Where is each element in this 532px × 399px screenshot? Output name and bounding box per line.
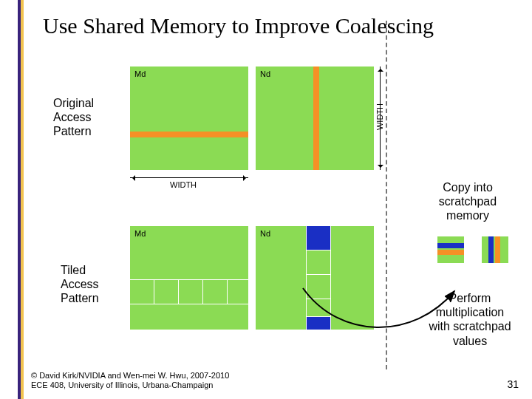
width-label-v: WIDTH — [375, 103, 384, 130]
width-label-h: WIDTH — [170, 180, 197, 189]
tile-block — [307, 250, 330, 274]
tile-block — [179, 280, 202, 304]
tile-block — [130, 280, 154, 304]
slide-accent-bar — [18, 0, 24, 399]
note-perform-mult: Perform multiplication with scratchpad v… — [415, 291, 525, 348]
scratchpad-nd-bar1 — [488, 236, 494, 263]
matrix-nd-tiled: Nd — [256, 226, 374, 330]
row-access-highlight — [130, 132, 248, 137]
tile-block — [307, 317, 330, 330]
tile-block — [307, 226, 330, 250]
scratchpad-nd — [482, 236, 508, 263]
md-label-bottom: Md — [134, 229, 146, 238]
col-access-highlight — [313, 66, 319, 170]
note-copy-scratchpad-text: Copy into scratchpad memory — [439, 181, 497, 222]
note-copy-scratchpad: Copy into scratchpad memory — [427, 180, 508, 223]
tile-block — [228, 280, 248, 304]
caption-original-text: Original Access Pattern — [53, 97, 94, 137]
tile-block — [203, 280, 227, 304]
scratchpad-md — [437, 236, 464, 263]
caption-tiled-text: Tiled Access Pattern — [61, 264, 99, 304]
scratchpad-md-bar1 — [437, 243, 464, 248]
tile-block — [307, 275, 330, 299]
matrix-md-original: Md — [130, 66, 248, 170]
scratchpad-nd-bar2 — [495, 236, 500, 263]
matrix-md-tiled: Md — [130, 226, 248, 330]
tile-block — [154, 280, 178, 304]
scratchpad-md-bar2 — [437, 250, 464, 255]
caption-original: Original Access Pattern — [53, 96, 94, 139]
vertical-divider — [386, 21, 387, 369]
footer-line2: ECE 408, University of Illinois, Urbana-… — [31, 381, 229, 390]
accent-gold — [21, 0, 24, 399]
slide-title: Use Shared Memory to Improve Coalescing — [43, 13, 434, 38]
md-label-top: Md — [134, 69, 146, 78]
page-number: 31 — [507, 378, 519, 390]
footer-line1: © David Kirk/NVIDIA and Wen-mei W. Hwu, … — [31, 371, 229, 381]
nd-label-bottom: Nd — [260, 229, 270, 238]
slide-footer: © David Kirk/NVIDIA and Wen-mei W. Hwu, … — [31, 371, 229, 390]
note-perform-mult-text: Perform multiplication with scratchpad v… — [429, 292, 511, 347]
width-h-arrow — [130, 177, 248, 178]
caption-tiled: Tiled Access Pattern — [61, 263, 99, 306]
matrix-nd-original: Nd — [256, 66, 374, 170]
nd-label-top: Nd — [260, 69, 270, 78]
